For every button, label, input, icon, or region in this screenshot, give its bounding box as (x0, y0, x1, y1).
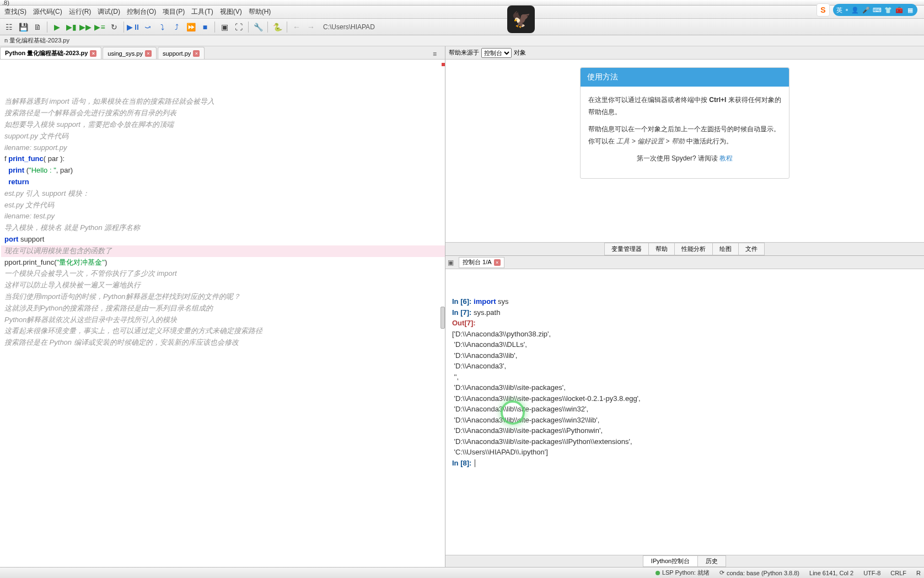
tab-label: support.py (163, 50, 191, 57)
menu-source[interactable]: 源代码(C) (30, 6, 66, 18)
step-over-icon[interactable]: ⤻ (141, 20, 154, 34)
continue-icon[interactable]: ⏩ (184, 20, 197, 34)
tab-support[interactable]: support.py × (158, 47, 205, 59)
code-line: 现在可以调用模块里包含的函数了 (1, 245, 445, 257)
save-all-icon[interactable]: 🗎 (31, 20, 44, 34)
usage-p1: 在这里你可以通过在编辑器或者终端中按 Ctrl+I 来获得任何对象的帮助信息。 (588, 94, 781, 118)
console-line: In [6]: import sys (452, 296, 917, 307)
breadcrumb-file[interactable]: n 量化编程基础-2023.py (2, 36, 72, 45)
debug-start-icon[interactable]: ▶⏸ (127, 20, 140, 34)
code-line: 当我们使用import语句的时候，Python解释器是怎样找到对应的文件的呢？ (1, 291, 445, 303)
code-line: 这看起来很像环境变量，事实上，也可以通过定义环境变量的方式来确定搜索路径 (1, 325, 445, 337)
pythonpath-icon[interactable]: 🐍 (271, 20, 284, 34)
menu-console[interactable]: 控制台(O) (123, 6, 159, 18)
menu-view[interactable]: 视图(V) (217, 6, 245, 18)
help-toolbar: 帮助来源于 控制台 对象 (445, 46, 924, 60)
tutorial-link[interactable]: 教程 (719, 154, 733, 162)
close-icon[interactable]: × (145, 50, 152, 57)
tab-label: Python 量化编程基础-2023.py (5, 49, 88, 57)
run-cell-advance-icon[interactable]: ▶▶ (79, 20, 92, 34)
tab-main-file[interactable]: Python 量化编程基础-2023.py × (0, 47, 101, 59)
run-selection-icon[interactable]: ▶≡ (93, 20, 106, 34)
menu-find[interactable]: 查找(S) (1, 6, 30, 18)
splitter-handle[interactable] (440, 307, 445, 329)
breadcrumb: n 量化编程基础-2023.py (0, 35, 924, 46)
status-conda[interactable]: ⟳conda: base (Python 3.8.8) (719, 569, 799, 577)
status-bar: LSP Python: 就绪 ⟳conda: base (Python 3.8.… (0, 567, 924, 578)
code-line: ilename: support.py (1, 142, 445, 154)
prefs-icon[interactable]: 🔧 (251, 20, 265, 34)
outline-icon[interactable]: ☷ (2, 20, 15, 34)
status-line-col[interactable]: Line 6141, Col 2 (809, 569, 853, 577)
tab-using-sys[interactable]: using_sys.py × (103, 47, 157, 59)
help-source-select[interactable]: 控制台 (481, 48, 512, 58)
keyboard-icon: ⌨ (873, 6, 881, 14)
sogou-icon[interactable]: S (816, 3, 830, 17)
grid-icon: ▦ (906, 6, 914, 14)
main-area: Python 量化编程基础-2023.py × using_sys.py × s… (0, 46, 924, 567)
step-out-icon[interactable]: ⤴ (170, 20, 183, 34)
tab-history[interactable]: 历史 (697, 555, 726, 567)
close-icon[interactable]: × (494, 259, 501, 266)
code-line: 如想要导入模块 support，需要把命令放在脚本的顶端 (1, 119, 445, 131)
code-editor[interactable]: 当解释器遇到 import 语句，如果模块在当前的搜索路径就会被导入搜索路径是一… (0, 60, 445, 567)
console-output[interactable]: In [6]: import sysIn [7]: sys.pathOut[7]… (445, 269, 924, 555)
rerun-icon[interactable]: ↻ (108, 20, 121, 34)
title-text: .8) (2, 0, 9, 6)
ime-lang: 英 (836, 6, 842, 14)
tab-ipython[interactable]: IPython控制台 (643, 555, 698, 567)
menu-run[interactable]: 运行(R) (66, 6, 95, 18)
tab-options-icon[interactable]: ≡ (433, 50, 442, 59)
console-line: In [7]: sys.path (452, 307, 917, 318)
status-encoding[interactable]: UTF-8 (863, 569, 880, 577)
tab-profiler[interactable]: 性能分析 (674, 243, 713, 255)
usage-p3: 第一次使用 Spyder? 请阅读 教程 (588, 153, 781, 165)
separator (214, 22, 215, 33)
toolbar: ☷ 💾 🗎 ▶ ▶▮ ▶▶ ▶≡ ↻ ▶⏸ ⤻ ⤵ ⤴ ⏩ ■ ▣ ⛶ 🔧 🐍 … (0, 19, 924, 35)
menu-project[interactable]: 项目(P) (159, 6, 188, 18)
console-bottom-tabs: IPython控制台 历史 (445, 555, 924, 567)
editor-tabs: Python 量化编程基础-2023.py × using_sys.py × s… (0, 46, 445, 60)
close-icon[interactable]: × (90, 50, 96, 57)
tab-plots[interactable]: 绘图 (712, 243, 739, 255)
close-icon[interactable]: × (193, 50, 200, 57)
fullscreen-icon[interactable]: ⛶ (232, 20, 245, 34)
tab-var-explorer[interactable]: 变量管理器 (604, 243, 649, 255)
code-line: 这样可以防止导入模块被一遍又一遍地执行 (1, 280, 445, 291)
code-line: port support (1, 234, 445, 245)
ime-pill[interactable]: 英 👤 🎤 ⌨ 👕 🧰 ▦ (833, 4, 917, 16)
console-tab-label: 控制台 1/A (463, 258, 492, 266)
max-pane-icon[interactable]: ▣ (218, 20, 231, 34)
save-icon[interactable]: 💾 (17, 20, 30, 34)
scroll-marker (442, 63, 445, 66)
code-line: 导入模块，模块名 就是 Python 源程序名称 (1, 222, 445, 234)
run-icon[interactable]: ▶ (50, 20, 63, 34)
code-line: return (1, 176, 445, 188)
help-body: 使用方法 在这里你可以通过在编辑器或者终端中按 Ctrl+I 来获得任何对象的帮… (445, 60, 924, 242)
console-line: 'D:\\Anaconda3', (452, 361, 917, 372)
code-line: 搜索路径是一个解释器会先进行搜索的所有目录的列表 (1, 108, 445, 119)
menu-debug[interactable]: 调试(D) (94, 6, 123, 18)
kernel-icon[interactable]: ▣ (448, 259, 456, 266)
code-line: 这就涉及到Python的搜索路径，搜索路径是由一系列目录名组成的 (1, 303, 445, 314)
console-line: ['D:\\Anaconda3\\python38.zip', (452, 329, 917, 340)
tab-files[interactable]: 文件 (738, 243, 765, 255)
console-line: Out[7]: (452, 318, 917, 329)
back-icon[interactable]: ← (290, 20, 303, 34)
external-app-icon: 🦅 (507, 6, 535, 33)
working-dir[interactable]: C:\Users\HIAPAD (323, 23, 375, 31)
menu-tools[interactable]: 工具(T) (188, 6, 216, 18)
console-tab-1a[interactable]: 控制台 1/A × (459, 257, 504, 268)
status-eol[interactable]: CRLF (890, 569, 906, 577)
console-line: 'D:\\Anaconda3\\lib\\site-packages\\IPyt… (452, 436, 917, 447)
stop-icon[interactable]: ■ (198, 20, 212, 34)
ime-badges: S 英 👤 🎤 ⌨ 👕 🧰 ▦ (816, 3, 917, 17)
help-object-label: 对象 (514, 49, 526, 57)
forward-icon[interactable]: → (304, 20, 318, 34)
console-line: 'D:\\Anaconda3\\DLLs', (452, 339, 917, 350)
separator (123, 22, 124, 33)
menu-help[interactable]: 帮助(H) (245, 6, 275, 18)
run-cell-icon[interactable]: ▶▮ (65, 20, 78, 34)
tab-help[interactable]: 帮助 (648, 243, 675, 255)
step-into-icon[interactable]: ⤵ (155, 20, 169, 34)
